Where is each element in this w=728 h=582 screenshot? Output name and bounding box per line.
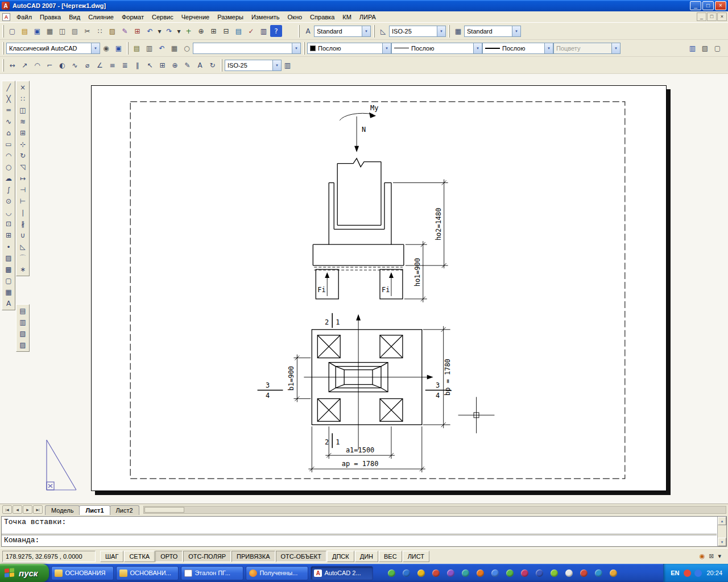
tool-palettes-icon[interactable]: ▧ [699,42,711,54]
dropdown-arrow-icon[interactable] [437,26,445,36]
dropdown-arrow-icon[interactable] [512,26,520,36]
cut-icon[interactable]: ✂ [81,25,93,37]
dimension-edit-icon[interactable]: ✎ [181,59,193,71]
open-icon[interactable]: ▤ [19,25,31,37]
status-toggle-button[interactable]: ДИН [355,551,378,562]
bring-to-front-icon[interactable]: ▤ [17,305,28,317]
break-icon[interactable]: ∦ [17,218,28,230]
diameter-dimension-icon[interactable]: ⌀ [81,59,93,71]
rotate-icon[interactable]: ↻ [17,150,28,161]
zoom-window-icon[interactable]: ⊞ [208,25,220,37]
send-to-back-icon[interactable]: ▥ [17,317,28,328]
status-menu-arrow-icon[interactable]: ▾ [718,552,721,560]
center-mark-icon[interactable]: ⊕ [169,59,181,71]
taskbar-window-button[interactable]: Полученны... [246,566,308,580]
plot-preview-icon[interactable]: ◫ [56,25,68,37]
status-toggle-button[interactable]: ОТС-ОБЪЕКТ [276,551,326,562]
angular-dimension-icon[interactable]: ∠ [94,59,106,71]
markup-set-manager-icon[interactable]: ✓ [245,25,257,37]
workspace-save-icon[interactable]: ▣ [113,42,125,54]
text-style-combo[interactable]: Standard [314,26,371,37]
menu-item[interactable]: Сервис [148,13,177,22]
undo-more-icon[interactable]: ▾ [156,25,163,37]
status-toggle-button[interactable]: ПРИВЯЗКА [231,551,275,562]
menu-item[interactable]: Изменить [247,13,284,22]
tray-icon[interactable] [477,569,484,577]
table-icon[interactable]: ▦ [3,286,14,298]
tray-icon[interactable] [417,569,425,577]
toolbar-grip[interactable] [303,42,305,55]
line-icon[interactable]: ╱ [3,82,14,93]
tray-icon[interactable] [580,569,588,577]
jogged-dimension-icon[interactable]: ∿ [69,59,81,71]
menu-item[interactable]: Черчение [177,13,214,22]
tolerance-icon[interactable]: ⊞ [156,59,168,71]
start-button[interactable]: пуск [0,564,49,582]
pan-icon[interactable]: + [183,25,195,37]
polyline-icon[interactable]: ∿ [3,116,14,127]
chamfer-icon[interactable]: ◺ [17,241,28,252]
stretch-icon[interactable]: ↦ [17,173,28,184]
taskbar-window-button[interactable]: Эталон ПГ... [181,566,243,580]
linetype-combo[interactable]: Послою [391,43,482,54]
command-prompt[interactable]: Команда: [2,535,42,546]
scale-icon[interactable]: ◹ [17,161,28,173]
toolbar-grip[interactable] [373,25,375,38]
tray-icon[interactable] [521,569,528,577]
dropdown-arrow-icon[interactable] [292,43,300,53]
menu-item[interactable]: Правка [36,13,65,22]
dimension-text-edit-icon[interactable]: A [194,59,206,71]
tray-icon[interactable] [595,569,602,577]
clean-screen-icon[interactable]: ▢ [712,42,723,54]
layer-previous-icon[interactable]: ↶ [156,42,168,54]
tray-icon[interactable] [506,569,514,577]
extend-icon[interactable]: ⊢ [17,196,28,207]
zoom-previous-icon[interactable]: ⊟ [220,25,232,37]
document-restore-button[interactable]: □ [707,13,717,21]
bring-above-icon[interactable]: ▧ [17,328,28,339]
dropdown-arrow-icon[interactable] [272,60,281,70]
layout-tab[interactable]: Лист1 [79,505,110,515]
dimension-style-combo[interactable]: ISO-25 [389,26,446,37]
continue-dimension-icon[interactable]: ∥ [131,59,143,71]
status-toggle-button[interactable]: ЛИСТ [403,551,429,562]
status-toggle-button[interactable]: ОТС-ПОЛЯР [183,551,231,562]
menu-item[interactable]: Справка [306,13,338,22]
tray-icon[interactable] [388,569,395,577]
minimize-button[interactable]: _ [690,1,701,10]
taskbar-window-button[interactable]: ОСНОВАНИ... [116,566,179,580]
redo-icon[interactable]: ↷ [163,25,175,37]
toolbar-grip[interactable] [2,59,4,72]
send-under-icon[interactable]: ▨ [17,339,28,351]
toolbar-grip[interactable] [2,25,4,38]
quick-dimension-icon[interactable]: ≡ [106,59,118,71]
layer-isolate-icon[interactable]: ▦ [168,42,180,54]
restore-button[interactable]: □ [702,1,714,10]
multiline-text-icon[interactable]: A [3,298,14,309]
toolbar-grip[interactable] [221,59,222,72]
status-toggle-button[interactable]: ВЕС [379,551,402,562]
layer-freeze-icon[interactable]: ○ [181,42,193,54]
workspace-settings-icon[interactable]: ◉ [100,42,112,54]
move-icon[interactable]: ⊹ [17,139,28,150]
layer-properties-icon[interactable]: ▤ [131,42,143,54]
copy-icon[interactable]: ∷ [94,25,106,37]
layout-tab[interactable]: Лист2 [110,505,139,515]
block-editor-icon[interactable]: ⊞ [131,25,143,37]
menu-item[interactable]: Файл [13,13,36,22]
status-toggle-button[interactable]: ОРТО [155,551,183,562]
baseline-dimension-icon[interactable]: ≣ [119,59,131,71]
drawing-canvas[interactable]: My N Fi Fi ho2=1480 ho1=900 b1=900 bp = … [0,74,728,504]
menu-item[interactable]: Слияние [84,13,118,22]
document-close-button[interactable]: × [717,13,727,21]
menu-item[interactable]: ЛИРА [355,13,380,22]
tray-icon[interactable] [610,569,617,577]
region-icon[interactable]: ▢ [3,275,14,286]
tray-icon[interactable] [447,569,454,577]
tray-icon[interactable] [684,569,691,577]
fillet-icon[interactable]: ⌒ [17,252,28,264]
layout-tab[interactable]: Модель [45,505,80,515]
redo-more-icon[interactable]: ▾ [176,25,182,37]
status-toggle-button[interactable]: ШАГ [100,551,123,562]
menu-item[interactable]: КМ [338,13,355,22]
